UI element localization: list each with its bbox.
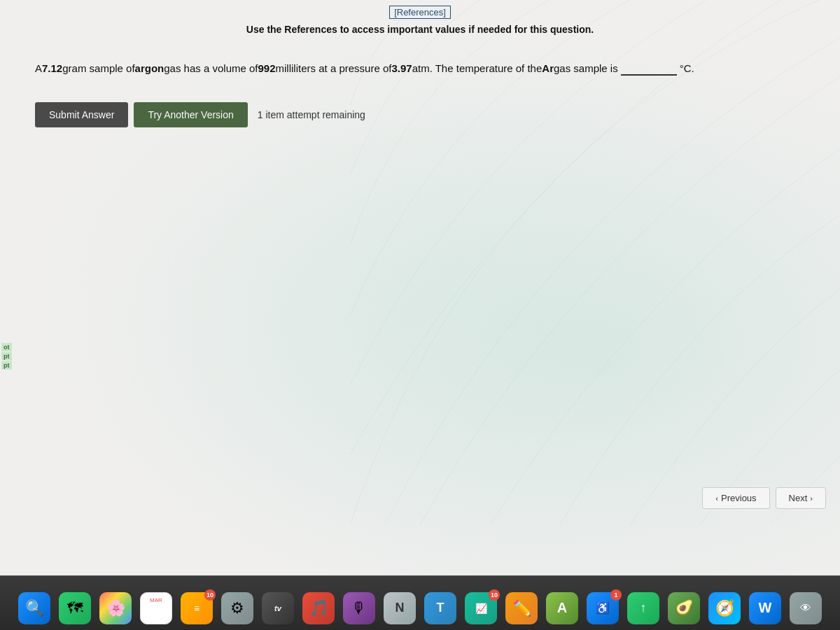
dock-item-maps[interactable]: 🗺 (57, 582, 93, 624)
button-row: Submit Answer Try Another Version 1 item… (0, 91, 840, 139)
question-pressure-unit: atm. The temperature of the (412, 60, 542, 77)
question-volume-value: 992 (258, 60, 276, 77)
stocks-icon: 📈 10 (465, 592, 497, 624)
notes-badge: 10 (204, 589, 216, 601)
dock-item-notes[interactable]: ≡ 10 (178, 582, 215, 624)
calendar-day: 27 (149, 604, 163, 618)
dock-item-safari[interactable]: 🧭 (706, 582, 743, 624)
finder-icon: 🔍 (18, 592, 50, 624)
dock-item-photos[interactable]: 🌸 (97, 582, 134, 624)
dock-item-podcasts[interactable]: 🎙 (341, 582, 377, 624)
question-mass-unit: gram sample of (62, 60, 134, 77)
question-element: argon (135, 60, 164, 77)
notification-icon: N (384, 592, 416, 624)
dock-item-translate[interactable]: T (422, 582, 458, 624)
question-mass-value: 7.12 (42, 60, 62, 77)
dock-item-music[interactable]: 🎵 (300, 582, 337, 624)
maps-icon: 🗺 (59, 592, 91, 624)
dock-item-finder[interactable]: 🔍 (16, 582, 52, 624)
dock-item-appletv[interactable]: tv (260, 582, 296, 624)
accessibility-badge: 1 (610, 589, 622, 601)
font-icon: A (546, 592, 578, 624)
sidebar-labels: ot pt pt (1, 343, 12, 370)
word-icon: W (749, 592, 781, 624)
dock-item-share[interactable]: ↑ (625, 582, 662, 624)
stocks-badge: 10 (489, 589, 500, 601)
references-link[interactable]: [References] (389, 6, 451, 19)
question-suffix: gas sample is (554, 60, 618, 77)
question-volume-unit: milliliters at a pressure of (276, 60, 392, 77)
dock-item-word[interactable]: W (747, 582, 783, 624)
next-button[interactable]: Next › (776, 487, 826, 509)
photos-icon: 🌸 (99, 592, 132, 624)
question-prefix: A (35, 60, 42, 77)
dock-item-preview[interactable]: 👁 (788, 582, 824, 624)
dock: 🔍 🗺 🌸 MAR 27 ≡ 10 ⚙ tv 🎵 🎙 N T (0, 575, 840, 630)
try-another-version-button[interactable]: Try Another Version (134, 102, 247, 127)
dock-item-stocks[interactable]: 📈 10 (463, 582, 499, 624)
chevron-right-icon: › (810, 494, 813, 503)
navigation-buttons: ‹ Previous Next › (702, 487, 826, 509)
safari-icon: 🧭 (708, 592, 741, 624)
calendar-icon: MAR 27 (140, 592, 172, 624)
answer-input[interactable] (621, 62, 677, 76)
next-label: Next (789, 493, 808, 503)
music-icon: 🎵 (302, 592, 335, 624)
sidebar-label-pt1: pt (1, 352, 12, 360)
share-icon: ↑ (627, 592, 659, 624)
appletv-icon: tv (262, 592, 294, 624)
avocado-icon: 🥑 (668, 592, 700, 624)
sidebar-label-ot: ot (1, 343, 12, 351)
accessibility-icon: ♿ 1 (587, 592, 619, 624)
dock-item-avocado[interactable]: 🥑 (666, 582, 702, 624)
question-unit: °C. (680, 60, 694, 77)
translate-icon: T (424, 592, 456, 624)
edit-icon: ✏️ (505, 592, 538, 624)
references-bar: [References] (0, 0, 840, 21)
instruction-text: Use the References to access important v… (0, 21, 840, 46)
question-area: A 7.12 gram sample of argon gas has a vo… (0, 46, 840, 91)
sidebar-label-pt2: pt (1, 361, 12, 370)
preview-icon: 👁 (790, 592, 822, 624)
chevron-left-icon: ‹ (715, 494, 718, 503)
attempt-remaining-text: 1 item attempt remaining (258, 109, 365, 120)
system-prefs-icon: ⚙ (221, 592, 253, 624)
question-element-symbol: Ar (542, 60, 554, 77)
previous-label: Previous (721, 493, 757, 503)
podcasts-icon: 🎙 (343, 592, 375, 624)
notes-icon: ≡ 10 (181, 592, 213, 624)
dock-item-calendar[interactable]: MAR 27 (138, 582, 174, 624)
dock-item-accessibility[interactable]: ♿ 1 (584, 582, 621, 624)
previous-button[interactable]: ‹ Previous (702, 487, 769, 509)
dock-item-notification[interactable]: N (382, 582, 418, 624)
main-content: .arc { fill: none; stroke: rgba(100,160,… (0, 0, 840, 575)
submit-answer-button[interactable]: Submit Answer (35, 102, 128, 127)
question-pressure-value: 3.97 (391, 60, 412, 77)
question-gas-text: gas has a volume of (164, 60, 258, 77)
dock-item-system-prefs[interactable]: ⚙ (219, 582, 255, 624)
dock-item-font[interactable]: A (544, 582, 580, 624)
question-text: A 7.12 gram sample of argon gas has a vo… (35, 60, 805, 77)
dock-item-edit[interactable]: ✏️ (503, 582, 540, 624)
